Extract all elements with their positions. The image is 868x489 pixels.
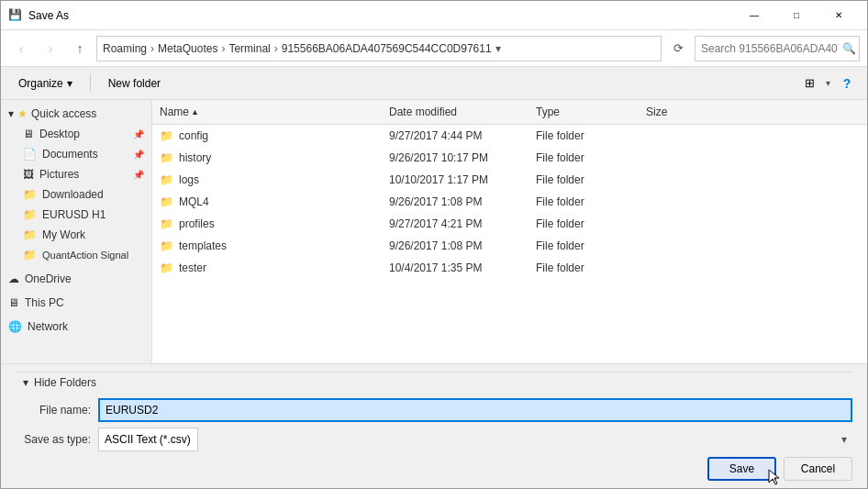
title-bar-controls: — □ ✕ bbox=[733, 1, 860, 30]
refresh-button[interactable]: ⟳ bbox=[665, 36, 691, 61]
filename-label: File name: bbox=[16, 404, 98, 417]
pictures-icon: 🖼 bbox=[23, 168, 34, 181]
save-as-dialog: 💾 Save As — □ ✕ ‹ › ↑ Roaming › MetaQuot… bbox=[0, 0, 868, 489]
organize-label: Organize bbox=[18, 77, 63, 90]
file-size bbox=[639, 178, 712, 182]
search-box[interactable]: 🔍 bbox=[695, 36, 860, 61]
sidebar-item-network-label: Network bbox=[28, 320, 68, 333]
folder-icon: 📁 bbox=[160, 151, 173, 164]
sidebar-item-onedrive[interactable]: ☁ OneDrive bbox=[1, 269, 151, 289]
toolbar-right: ⊞ ▾ ? bbox=[796, 71, 860, 96]
quick-access-star-icon: ★ bbox=[17, 107, 28, 120]
file-name: history bbox=[179, 151, 211, 164]
pin-icon: 📌 bbox=[133, 170, 144, 180]
sidebar-item-desktop[interactable]: 🖥 Desktop 📌 bbox=[1, 124, 151, 144]
sort-arrow-icon: ▲ bbox=[191, 107, 199, 117]
forward-button: › bbox=[38, 36, 63, 61]
filename-input[interactable] bbox=[98, 398, 852, 422]
quick-access-header[interactable]: ▾ ★ Quick access bbox=[1, 104, 151, 124]
cancel-button[interactable]: Cancel bbox=[784, 457, 852, 481]
sidebar-item-eurusd-h1[interactable]: 📁 EURUSD H1 bbox=[1, 205, 151, 225]
column-name-label: Name bbox=[160, 106, 189, 118]
help-button[interactable]: ? bbox=[834, 71, 860, 96]
file-size bbox=[639, 156, 712, 160]
table-row[interactable]: 📁templates 9/26/2017 1:08 PM File folder bbox=[152, 235, 867, 257]
button-row: Save Cancel bbox=[16, 457, 852, 481]
sidebar-item-pictures[interactable]: 🖼 Pictures 📌 bbox=[1, 164, 151, 184]
breadcrumb-item: MetaQuotes bbox=[158, 42, 217, 55]
table-row[interactable]: 📁logs 10/10/2017 1:17 PM File folder bbox=[152, 169, 867, 191]
file-date: 9/26/2017 1:08 PM bbox=[382, 194, 529, 210]
breadcrumb-item: Roaming bbox=[103, 42, 147, 55]
quick-access-label: Quick access bbox=[31, 107, 96, 120]
sidebar-item-thispc-label: This PC bbox=[25, 296, 64, 309]
filename-row: File name: bbox=[16, 398, 852, 422]
onedrive-section: ☁ OneDrive bbox=[1, 269, 151, 289]
sidebar-item-documents[interactable]: 📄 Documents 📌 bbox=[1, 144, 151, 164]
sidebar-item-eurusd-label: EURUSD H1 bbox=[42, 208, 106, 221]
file-type: File folder bbox=[529, 238, 639, 254]
pin-icon: 📌 bbox=[133, 129, 144, 139]
sidebar-item-thispc[interactable]: 🖥 This PC bbox=[1, 293, 151, 313]
quick-access-section: ▾ ★ Quick access 🖥 Desktop 📌 📄 Documents… bbox=[1, 104, 151, 265]
hide-folders-toggle[interactable]: ▾ Hide Folders bbox=[16, 372, 852, 393]
table-row[interactable]: 📁history 9/26/2017 10:17 PM File folder bbox=[152, 147, 867, 169]
breadcrumb[interactable]: Roaming › MetaQuotes › Terminal › 915566… bbox=[96, 36, 662, 61]
sidebar-item-my-work[interactable]: 📁 My Work bbox=[1, 225, 151, 245]
file-name: logs bbox=[179, 173, 199, 186]
sidebar-item-quantaction[interactable]: 📁 QuantAction Signal bbox=[1, 245, 151, 265]
window-icon: 💾 bbox=[8, 8, 23, 23]
table-row[interactable]: 📁config 9/27/2017 4:44 PM File folder bbox=[152, 125, 867, 147]
sidebar-item-quantaction-label: QuantAction Signal bbox=[42, 250, 128, 261]
close-button[interactable]: ✕ bbox=[818, 1, 860, 30]
table-row[interactable]: 📁MQL4 9/26/2017 1:08 PM File folder bbox=[152, 191, 867, 213]
column-header-type[interactable]: Type bbox=[529, 104, 639, 120]
file-type: File folder bbox=[529, 216, 639, 232]
search-icon: 🔍 bbox=[842, 42, 856, 55]
eurusd-folder-icon: 📁 bbox=[23, 208, 37, 221]
sidebar-item-desktop-label: Desktop bbox=[39, 128, 80, 140]
file-list-header: Name ▲ Date modified Type Size bbox=[152, 100, 867, 125]
table-row[interactable]: 📁tester 10/4/2017 1:35 PM File folder bbox=[152, 257, 867, 279]
toolbar-separator bbox=[90, 74, 91, 93]
file-date: 9/26/2017 10:17 PM bbox=[382, 150, 529, 166]
sidebar-item-network[interactable]: 🌐 Network bbox=[1, 317, 151, 337]
folder-icon: 📁 bbox=[160, 195, 173, 208]
file-date: 10/4/2017 1:35 PM bbox=[382, 260, 529, 276]
documents-icon: 📄 bbox=[23, 148, 37, 161]
file-date: 10/10/2017 1:17 PM bbox=[382, 172, 529, 188]
hide-folders-label: Hide Folders bbox=[34, 376, 96, 389]
sidebar-item-downloaded[interactable]: 📁 Downloaded bbox=[1, 184, 151, 205]
maximize-button[interactable]: □ bbox=[775, 1, 818, 30]
column-header-date[interactable]: Date modified bbox=[382, 104, 529, 120]
file-name: MQL4 bbox=[179, 195, 209, 208]
quantaction-folder-icon: 📁 bbox=[23, 249, 37, 261]
file-size bbox=[639, 134, 712, 138]
minimize-button[interactable]: — bbox=[733, 1, 775, 30]
file-size bbox=[639, 266, 712, 270]
breadcrumb-separator: › bbox=[274, 42, 278, 55]
new-folder-button[interactable]: New folder bbox=[98, 71, 171, 96]
sidebar-item-onedrive-label: OneDrive bbox=[25, 272, 72, 285]
organize-button[interactable]: Organize ▾ bbox=[8, 71, 83, 96]
column-header-size[interactable]: Size bbox=[639, 104, 712, 120]
up-button[interactable]: ↑ bbox=[67, 36, 93, 61]
file-name: profiles bbox=[179, 217, 215, 230]
savetype-select[interactable]: ASCII Text (*.csv) bbox=[98, 428, 198, 451]
thispc-section: 🖥 This PC bbox=[1, 293, 151, 313]
quick-access-chevron-icon: ▾ bbox=[8, 107, 14, 120]
folder-icon: 📁 bbox=[160, 239, 173, 252]
save-button[interactable]: Save bbox=[707, 457, 776, 481]
column-header-name[interactable]: Name ▲ bbox=[152, 104, 382, 120]
save-button-area: Save bbox=[707, 457, 776, 481]
file-size bbox=[639, 200, 712, 204]
search-input[interactable] bbox=[701, 42, 839, 55]
view-button[interactable]: ⊞ bbox=[796, 71, 822, 96]
onedrive-icon: ☁ bbox=[8, 272, 19, 285]
downloaded-folder-icon: 📁 bbox=[23, 188, 37, 201]
table-row[interactable]: 📁profiles 9/27/2017 4:21 PM File folder bbox=[152, 213, 867, 235]
address-bar: ‹ › ↑ Roaming › MetaQuotes › Terminal › … bbox=[1, 30, 867, 67]
folder-icon: 📁 bbox=[160, 217, 173, 230]
file-type: File folder bbox=[529, 172, 639, 188]
sidebar-item-my-work-label: My Work bbox=[42, 228, 85, 241]
